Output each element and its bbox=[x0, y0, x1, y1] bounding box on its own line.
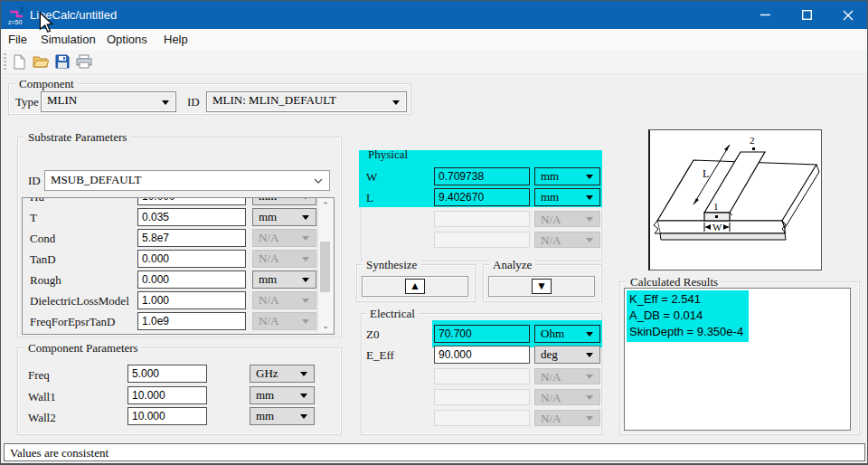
unit-dropdown: N/A bbox=[252, 312, 316, 330]
w-label: W bbox=[366, 170, 377, 185]
wall1-input[interactable] bbox=[127, 386, 207, 404]
param-input[interactable] bbox=[137, 312, 246, 330]
new-file-icon bbox=[12, 54, 26, 70]
electrical-empty-input bbox=[434, 389, 530, 405]
unit-value: N/A bbox=[259, 293, 278, 307]
print-button[interactable] bbox=[74, 52, 94, 71]
save-file-button[interactable] bbox=[52, 52, 72, 71]
e-eff-unit-dropdown[interactable]: deg bbox=[534, 346, 600, 364]
wall2-unit-dropdown[interactable]: mm bbox=[250, 407, 315, 425]
synthesize-group-label: Synthesize bbox=[363, 258, 420, 272]
z0-unit-dropdown[interactable]: Ohm bbox=[534, 325, 600, 343]
param-input[interactable] bbox=[137, 291, 246, 309]
unit-value: mm bbox=[256, 409, 274, 422]
menu-item-simulation[interactable]: Simulation bbox=[41, 33, 96, 46]
param-input[interactable] bbox=[137, 250, 246, 268]
component-id-dropdown[interactable]: MLIN: MLIN_DEFAULT bbox=[206, 91, 407, 112]
caret-down-icon bbox=[300, 394, 307, 402]
svg-text:z=50: z=50 bbox=[8, 19, 22, 25]
toolbar-grip[interactable] bbox=[4, 53, 6, 70]
w-unit-dropdown[interactable]: mm bbox=[534, 167, 600, 185]
component-type-dropdown[interactable]: MLIN bbox=[41, 91, 176, 112]
caret-down-icon bbox=[162, 100, 169, 109]
unit-value: mm bbox=[259, 210, 277, 223]
caret-down-icon bbox=[586, 238, 593, 246]
physical-empty-unit-dropdown: N/A bbox=[534, 211, 600, 227]
unit-value: N/A bbox=[259, 314, 278, 327]
microstrip-line-drawing: 1 2 L W bbox=[650, 130, 821, 269]
maximize-button[interactable] bbox=[786, 1, 827, 29]
electrical-empty-unit-dropdown: N/A bbox=[534, 410, 600, 426]
wall2-label: Wall2 bbox=[28, 411, 56, 425]
unit-value: Ohm bbox=[541, 327, 564, 340]
caret-down-icon bbox=[302, 319, 309, 327]
wall1-unit-dropdown[interactable]: mm bbox=[250, 386, 315, 404]
microstrip-diagram-panel: 1 2 L W bbox=[648, 129, 822, 270]
linecalc-window: 1 z=50 LineCalc/untitled File Simulation… bbox=[0, 0, 868, 465]
caret-down-icon bbox=[586, 353, 593, 361]
minimize-icon bbox=[760, 10, 770, 20]
component-type-label: Type bbox=[15, 95, 39, 109]
scroll-down-icon[interactable]: ⌄ bbox=[318, 318, 333, 332]
physical-empty-unit-dropdown: N/A bbox=[534, 232, 600, 248]
result-line: A_DB = 0.014 bbox=[629, 308, 743, 324]
menu-item-options[interactable]: Options bbox=[107, 33, 147, 46]
component-id-label: ID bbox=[187, 95, 200, 109]
scrollbar-thumb[interactable] bbox=[320, 242, 330, 292]
param-input[interactable] bbox=[137, 229, 246, 247]
unit-dropdown[interactable]: mm bbox=[252, 270, 316, 289]
svg-text:1: 1 bbox=[20, 5, 24, 14]
physical-empty-input bbox=[434, 211, 530, 227]
unit-value: mm bbox=[541, 190, 559, 204]
unit-value: mm bbox=[541, 169, 559, 183]
substrate-scrollbar[interactable]: ⌃ ⌄ bbox=[317, 198, 333, 332]
unit-dropdown: N/A bbox=[252, 229, 316, 247]
unit-value: deg bbox=[541, 347, 558, 361]
param-input[interactable] bbox=[137, 208, 246, 226]
scroll-up-icon[interactable]: ⌃ bbox=[318, 198, 333, 212]
up-triangle-icon: ▲ bbox=[405, 279, 425, 294]
w-input[interactable] bbox=[434, 167, 530, 185]
unit-value: N/A bbox=[541, 213, 561, 226]
open-file-button[interactable] bbox=[31, 52, 51, 71]
l-input[interactable] bbox=[434, 188, 530, 206]
l-label: L bbox=[366, 191, 373, 205]
caret-down-icon bbox=[302, 278, 309, 286]
analyze-button[interactable]: ▼ bbox=[488, 276, 595, 297]
unit-value: N/A bbox=[541, 233, 561, 247]
freq-unit-dropdown[interactable]: GHz bbox=[250, 365, 315, 383]
freq-input[interactable] bbox=[127, 365, 207, 383]
unit-dropdown[interactable]: mm bbox=[252, 197, 316, 205]
e-eff-input[interactable] bbox=[434, 346, 530, 364]
substrate-group-label: Substrate Parameters bbox=[24, 130, 130, 145]
analyze-group-label: Analyze bbox=[489, 258, 535, 272]
caret-down-icon bbox=[586, 332, 593, 340]
results-highlight: K_Eff = 2.541 A_DB = 0.014 SkinDepth = 9… bbox=[627, 290, 749, 342]
new-file-button[interactable] bbox=[9, 52, 29, 71]
caret-down-icon bbox=[586, 375, 593, 383]
substrate-row-freqforepsrtand: FreqForEpsrTanD N/A bbox=[23, 311, 334, 332]
menu-item-file[interactable]: File bbox=[8, 33, 27, 46]
caret-down-icon bbox=[586, 217, 593, 225]
minimize-button[interactable] bbox=[744, 1, 786, 29]
wall2-input[interactable] bbox=[127, 407, 207, 425]
unit-dropdown[interactable]: mm bbox=[252, 208, 316, 226]
unit-value: GHz bbox=[256, 366, 278, 380]
title-bar[interactable]: 1 z=50 LineCalc/untitled bbox=[1, 1, 868, 29]
param-input[interactable] bbox=[137, 197, 246, 205]
electrical-group-label: Electrical bbox=[366, 307, 419, 321]
results-listbox[interactable]: K_Eff = 2.541 A_DB = 0.014 SkinDepth = 9… bbox=[624, 288, 851, 431]
param-input[interactable] bbox=[137, 270, 246, 289]
synthesize-button[interactable]: ▲ bbox=[362, 276, 468, 297]
z0-input[interactable] bbox=[434, 325, 530, 343]
unit-dropdown: N/A bbox=[252, 291, 316, 309]
close-button[interactable] bbox=[827, 1, 868, 29]
substrate-id-combobox[interactable]: MSUB_DEFAULT bbox=[44, 170, 330, 191]
l-unit-dropdown[interactable]: mm bbox=[534, 188, 600, 206]
unit-value: N/A bbox=[259, 231, 278, 244]
wall1-label: Wall1 bbox=[28, 390, 56, 404]
param-label: Hu bbox=[30, 197, 44, 204]
chevron-down-icon bbox=[313, 176, 324, 185]
electrical-empty-unit-dropdown: N/A bbox=[534, 389, 600, 405]
menu-item-help[interactable]: Help bbox=[164, 33, 188, 46]
